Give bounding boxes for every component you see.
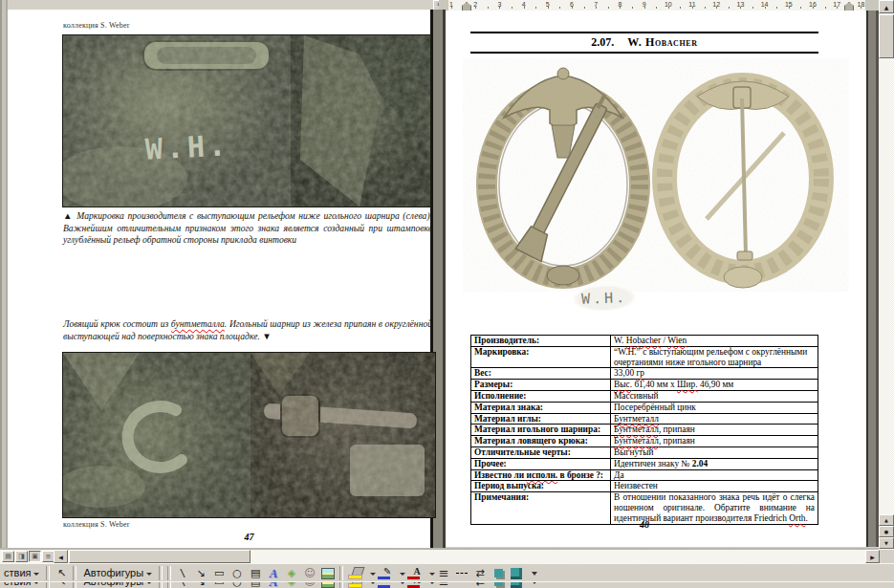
previous-page-button[interactable]: ▲	[879, 514, 894, 526]
wordart-icon[interactable]	[265, 565, 282, 581]
line-style-icon[interactable]	[435, 565, 452, 581]
font-color-icon[interactable]	[405, 581, 434, 588]
shadow-style-icon[interactable]	[490, 581, 507, 588]
spec-value: Массивный	[611, 390, 818, 402]
line-icon[interactable]	[174, 581, 191, 588]
diagram-icon[interactable]	[283, 581, 300, 588]
spec-label: Материал знака:	[471, 402, 611, 413]
rectangle-icon[interactable]	[210, 581, 228, 588]
photo-credit-top: коллекция S. Weber	[63, 21, 130, 30]
oval-icon[interactable]	[229, 565, 246, 581]
rectangle-icon[interactable]	[210, 565, 228, 581]
spec-row: Материал ловящего крюка:Бунтметалл, прип…	[471, 436, 818, 447]
diagram-icon[interactable]	[283, 565, 300, 581]
line-color-icon[interactable]	[376, 565, 404, 581]
threed-style-icon[interactable]	[508, 581, 525, 588]
toolbar-separator	[159, 566, 163, 580]
ruler-number: 10	[664, 1, 673, 8]
toolbar-separator	[159, 581, 163, 588]
scroll-right-button[interactable]: ▶	[865, 550, 880, 563]
dash-style-icon[interactable]	[453, 565, 470, 581]
picture-icon[interactable]	[319, 565, 337, 581]
fill-color-icon[interactable]	[346, 565, 375, 581]
spec-value: Идентичен знаку № 2.04	[611, 458, 818, 469]
next-page-button[interactable]: ▼	[879, 537, 894, 549]
shadow-style-icon[interactable]	[490, 565, 507, 581]
arrow-icon[interactable]	[192, 565, 209, 581]
picture-icon[interactable]	[319, 581, 337, 588]
chevron-down-icon	[33, 573, 39, 576]
toolbar-separator	[339, 566, 343, 580]
arrow-icon[interactable]	[192, 581, 209, 588]
ruler-number: 7	[591, 1, 600, 8]
toolbar-options-icon[interactable]	[526, 581, 543, 588]
clip-art-icon[interactable]	[301, 565, 318, 581]
spec-row: Производитель:W. Hobacher / Wien	[471, 336, 818, 347]
web-layout-view-button[interactable]: ◨	[15, 551, 28, 562]
select-browse-object-button[interactable]: ●	[879, 526, 894, 537]
select-pointer-icon[interactable]	[53, 581, 70, 588]
drawing-toolbar: ствияАвтофигуры	[0, 563, 894, 582]
scroll-left-button[interactable]: ◀	[54, 550, 68, 563]
section-title: W. Hobacher	[627, 35, 697, 49]
horizontal-scroll-thumb[interactable]	[69, 550, 251, 563]
photo-credit-bottom: коллекция S. Weber	[63, 520, 130, 529]
spec-value: Бунтметалл	[611, 413, 818, 425]
spec-label: Период выпуска:	[471, 481, 611, 492]
text-box-icon[interactable]	[247, 565, 264, 581]
dash-style-icon[interactable]	[453, 581, 470, 588]
vertical-scroll-thumb[interactable]	[879, 14, 894, 58]
spec-label: Материал игольного шарнира:	[471, 425, 611, 436]
badge-hook-photo-image	[63, 353, 435, 517]
fill-color-icon[interactable]	[346, 581, 375, 588]
line-color-icon[interactable]	[376, 581, 404, 588]
toolbar-separator	[46, 581, 50, 588]
ruler-number: 17	[832, 1, 841, 8]
spec-value: 33,00 гр	[611, 368, 818, 380]
horizontal-scrollbar[interactable]: ▤ ◨ ▣ ≡ ◀ ▶	[0, 550, 894, 563]
badge-marking-photo-image: W.H.	[63, 35, 430, 207]
spec-label: Отличительные черты:	[471, 446, 611, 458]
toolbar-separator	[167, 581, 171, 588]
toolbar-separator	[46, 566, 50, 580]
arrow-style-icon[interactable]	[471, 581, 489, 588]
normal-view-button[interactable]: ▤	[2, 551, 14, 562]
autoshapes-menu-button[interactable]: Автофигуры	[79, 581, 156, 588]
spec-row: Известно ли исполн. в бронзе ?:Да	[471, 469, 818, 481]
draw-menu-button[interactable]: ствия	[0, 581, 43, 588]
spec-value: Бунтметалл, припаян	[611, 436, 818, 447]
spec-table: Производитель:W. Hobacher / WienМаркиров…	[470, 335, 818, 525]
spec-label: Вес:	[471, 368, 611, 380]
scroll-up-button[interactable]: ▲	[879, 0, 894, 13]
page-number-48: 48	[470, 519, 818, 530]
spec-label: Материал ловящего крюка:	[471, 436, 611, 447]
font-color-icon[interactable]	[405, 565, 434, 581]
autoshapes-menu-button[interactable]: Автофигуры	[79, 566, 156, 580]
text-box-icon[interactable]	[247, 581, 264, 588]
clip-art-icon[interactable]	[301, 581, 318, 588]
left-window-edge	[0, 0, 8, 550]
spec-row: Период выпуска:Неизвестен	[471, 481, 818, 492]
line-style-icon[interactable]	[435, 581, 452, 588]
ruler-number: 1	[447, 1, 456, 8]
arrow-style-icon[interactable]	[471, 565, 489, 581]
print-layout-view-button[interactable]: ▣	[29, 551, 41, 562]
wordart-icon[interactable]	[265, 581, 282, 588]
caption-marking: ▲ Маркировка производителя с выступающим…	[63, 210, 432, 247]
vertical-scrollbar[interactable]: ▲ ▲ ● ▼	[879, 0, 894, 550]
spec-table-body: Производитель:W. Hobacher / WienМаркиров…	[471, 336, 818, 525]
chevron-down-icon	[146, 573, 152, 576]
header-rule-bottom	[470, 52, 818, 54]
oval-icon[interactable]	[229, 581, 246, 588]
toolbar-separator	[339, 581, 343, 588]
chevron-down-icon	[146, 581, 152, 584]
toolbar-options-icon[interactable]	[526, 565, 543, 581]
ruler-number: 12	[711, 1, 721, 8]
line-icon[interactable]	[174, 565, 191, 581]
page-number-47: 47	[63, 532, 435, 542]
spec-value: “W.H.” с выступающим рельефом с округлён…	[611, 346, 818, 368]
spec-row: Материал знака:Посеребрённый цинк	[471, 402, 818, 413]
threed-style-icon[interactable]	[508, 565, 525, 581]
draw-menu-button[interactable]: ствия	[0, 566, 43, 580]
select-pointer-icon[interactable]	[53, 565, 70, 581]
